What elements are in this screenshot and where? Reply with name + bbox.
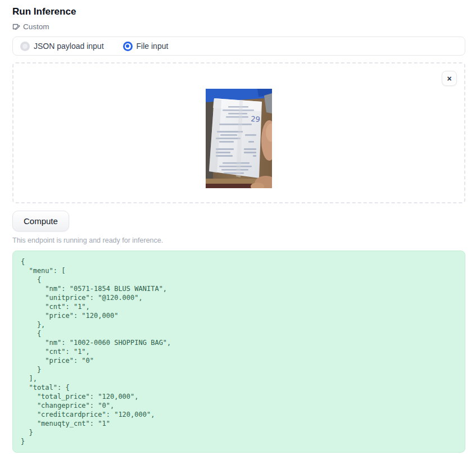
custom-task-icon (12, 23, 20, 31)
page-title: Run Inference (12, 6, 465, 17)
task-tag-label: Custom (23, 22, 49, 31)
close-icon: × (447, 75, 451, 83)
inference-output-json: { "menu": [ { "nm": "0571-1854 BLUS WANI… (21, 257, 457, 446)
inference-output-box: { "menu": [ { "nm": "0571-1854 BLUS WANI… (12, 251, 465, 453)
input-mode-selector: JSON payload input File input (12, 37, 465, 56)
svg-text:29: 29 (251, 115, 261, 124)
radio-file-label: File input (137, 42, 169, 51)
radio-json-payload-input[interactable]: JSON payload input (20, 42, 104, 51)
file-drop-area[interactable]: × (12, 62, 465, 203)
radio-file-input[interactable]: File input (123, 42, 169, 51)
endpoint-status-text: This endpoint is running and ready for i… (12, 236, 465, 244)
uploaded-receipt-image: 29 (206, 89, 272, 188)
run-inference-panel: Run Inference Custom JSON payload input … (0, 0, 476, 453)
task-tag: Custom (12, 22, 465, 31)
remove-file-button[interactable]: × (442, 71, 457, 86)
radio-circle-selected-icon[interactable] (123, 42, 133, 51)
radio-json-label: JSON payload input (34, 42, 104, 51)
compute-button[interactable]: Compute (12, 211, 69, 231)
radio-circle-unselected-icon[interactable] (20, 42, 30, 51)
